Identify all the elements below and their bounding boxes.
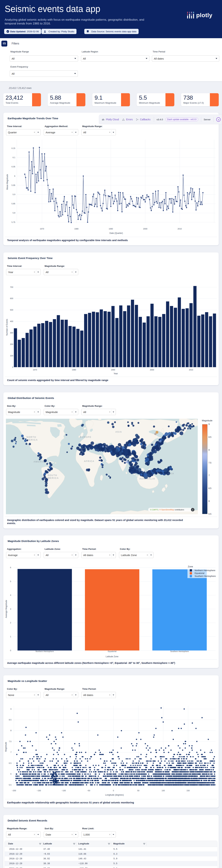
- svg-text:6.5: 6.5: [9, 762, 11, 764]
- svg-text:3: 3: [10, 608, 11, 610]
- svg-text:1980: 1980: [74, 228, 78, 230]
- svg-text:2000: 2000: [150, 369, 154, 371]
- svg-text:EUROPE: EUROPE: [80, 436, 92, 438]
- svg-text:5.8: 5.8: [13, 212, 15, 214]
- svg-text:Zone: Zone: [188, 565, 193, 568]
- svg-text:7.5: 7.5: [9, 740, 11, 743]
- svg-text:8.5: 8.5: [9, 719, 11, 721]
- svg-text:5.95: 5.95: [11, 184, 15, 186]
- svg-text:plotly: plotly: [196, 12, 212, 19]
- svg-text:Southern Hemisphere: Southern Hemisphere: [170, 650, 189, 652]
- svg-text:1970: 1970: [40, 228, 44, 230]
- svg-text:5.9: 5.9: [13, 193, 15, 195]
- svg-text:0: 0: [113, 789, 114, 792]
- svg-text:2010: 2010: [189, 369, 193, 371]
- svg-text:Northern Hemisphere: Northern Hemisphere: [195, 569, 215, 572]
- svg-text:2000: 2000: [143, 228, 147, 230]
- svg-text:6: 6: [14, 175, 15, 177]
- svg-text:−150: −150: [37, 789, 41, 792]
- svg-text:100: 100: [162, 789, 165, 792]
- svg-text:300: 300: [10, 332, 13, 334]
- svg-text:0: 0: [10, 649, 11, 652]
- svg-text:1990: 1990: [109, 228, 113, 230]
- svg-text:AFRICA: AFRICA: [84, 460, 94, 462]
- svg-text:50: 50: [137, 789, 139, 792]
- svg-text:SOUTH: SOUTH: [47, 474, 57, 476]
- svg-text:400: 400: [10, 320, 13, 322]
- svg-text:© CARTO, © OpenStreetMap contr: © CARTO, © OpenStreetMap contributors: [150, 509, 184, 511]
- svg-text:4: 4: [10, 594, 11, 596]
- svg-text:600: 600: [10, 298, 13, 300]
- svg-text:0: 0: [12, 366, 13, 368]
- svg-text:6.15: 6.15: [11, 147, 15, 149]
- svg-text:Northern Hemisphere: Northern Hemisphere: [36, 650, 54, 652]
- svg-text:Southern Hemisphere: Southern Hemisphere: [195, 575, 216, 578]
- svg-text:150: 150: [186, 789, 190, 792]
- svg-text:5.75: 5.75: [11, 221, 15, 223]
- svg-text:5.85: 5.85: [11, 203, 15, 205]
- svg-text:1: 1: [10, 636, 11, 638]
- svg-text:−50: −50: [87, 789, 90, 792]
- svg-text:ASIA: ASIA: [115, 431, 122, 433]
- svg-text:5.5: 5.5: [9, 784, 11, 786]
- svg-text:Equatorial: Equatorial: [195, 572, 204, 575]
- svg-text:−100: −100: [62, 789, 66, 792]
- svg-text:6.05: 6.05: [11, 166, 15, 168]
- svg-text:100: 100: [10, 355, 13, 357]
- svg-text:6.1: 6.1: [13, 156, 15, 158]
- svg-text:7: 7: [10, 751, 11, 753]
- svg-text:500: 500: [10, 309, 13, 311]
- svg-text:6: 6: [10, 566, 11, 568]
- svg-text:1970: 1970: [33, 369, 37, 371]
- svg-text:700: 700: [10, 286, 13, 288]
- svg-text:2: 2: [10, 622, 11, 624]
- svg-text:i: i: [192, 509, 193, 511]
- svg-text:8: 8: [10, 730, 11, 732]
- svg-text:Mean Magnitude: Mean Magnitude: [6, 174, 8, 190]
- svg-text:Number of Events: Number of Events: [6, 319, 8, 336]
- svg-text:Year: Year: [114, 372, 118, 375]
- svg-text:1990: 1990: [111, 369, 115, 371]
- svg-text:Longitude (degrees): Longitude (degrees): [105, 794, 124, 796]
- svg-text:1980: 1980: [72, 369, 76, 371]
- svg-text:Average Magnitude: Average Magnitude: [5, 600, 7, 618]
- svg-text:NORTH: NORTH: [27, 436, 36, 438]
- svg-text:9: 9: [10, 708, 11, 710]
- svg-text:Date (Quarter): Date (Quarter): [109, 232, 123, 235]
- svg-text:−200: −200: [12, 789, 16, 792]
- svg-text:2010: 2010: [178, 228, 182, 230]
- svg-text:AMERICA: AMERICA: [46, 477, 59, 479]
- svg-text:Latitude Zone: Latitude Zone: [106, 655, 119, 658]
- svg-text:6: 6: [10, 773, 11, 775]
- svg-text:Magnitude: Magnitude: [5, 742, 7, 752]
- svg-text:200: 200: [10, 343, 13, 345]
- svg-text:5: 5: [10, 580, 11, 582]
- svg-text:Equatorial: Equatorial: [108, 650, 117, 652]
